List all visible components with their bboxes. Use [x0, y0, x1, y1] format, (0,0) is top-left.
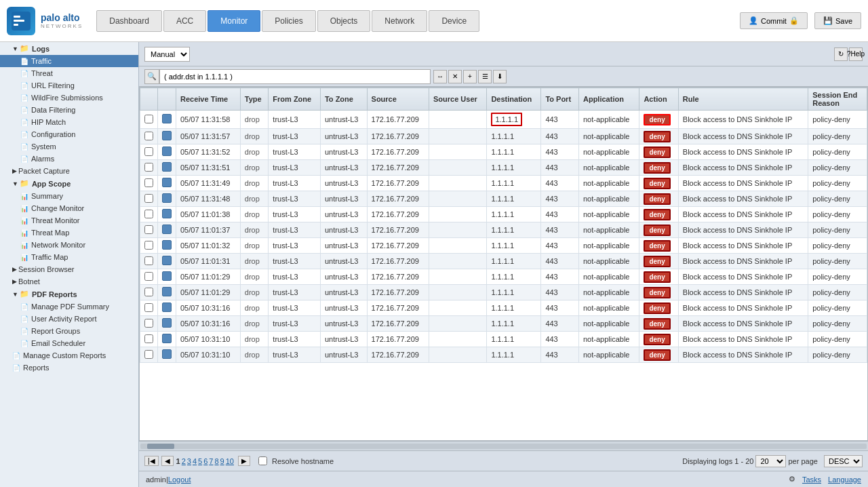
- sidebar-item-logs[interactable]: ▼ 📁 Logs: [0, 42, 138, 55]
- search-add-button[interactable]: +: [463, 70, 477, 83]
- help-button[interactable]: ? Help: [849, 47, 863, 61]
- language-link[interactable]: Language: [828, 475, 861, 484]
- col-type[interactable]: Type: [240, 88, 269, 111]
- sidebar-item-traffic-map[interactable]: 📊 Traffic Map: [0, 251, 138, 263]
- sidebar-item-report-groups[interactable]: 📄 Report Groups: [0, 325, 138, 337]
- page-num-4[interactable]: 4: [193, 457, 197, 465]
- row-detail-icon[interactable]: [162, 193, 172, 203]
- resolve-hostname-checkbox[interactable]: [258, 456, 267, 465]
- sidebar-item-reports[interactable]: 📄 Reports: [0, 362, 138, 374]
- sidebar-item-system[interactable]: 📄 System: [0, 140, 138, 153]
- sidebar-item-traffic[interactable]: 📄 Traffic: [0, 55, 138, 67]
- row-checkbox[interactable]: [144, 350, 153, 359]
- sidebar-item-wildfire[interactable]: 📄 WildFire Submissions: [0, 92, 138, 104]
- col-to-zone[interactable]: To Zone: [320, 88, 367, 111]
- row-checkbox[interactable]: [144, 132, 153, 140]
- tab-monitor[interactable]: Monitor: [208, 10, 260, 32]
- page-num-2[interactable]: 2: [182, 457, 186, 465]
- search-expand-button[interactable]: ↔: [433, 70, 447, 83]
- row-detail-icon[interactable]: [162, 178, 172, 187]
- sidebar-item-data-filtering[interactable]: 📄 Data Filtering: [0, 104, 138, 116]
- prev-page-button[interactable]: ◀: [161, 456, 174, 466]
- row-detail-icon[interactable]: [162, 256, 172, 265]
- page-num-6[interactable]: 6: [203, 457, 208, 465]
- row-checkbox[interactable]: [144, 303, 153, 312]
- sidebar-item-summary[interactable]: 📊 Summary: [0, 190, 138, 202]
- row-checkbox[interactable]: [144, 163, 153, 172]
- col-application[interactable]: Application: [578, 88, 639, 111]
- page-num-1[interactable]: 1: [176, 457, 180, 465]
- search-export-button[interactable]: ⬇: [493, 70, 507, 83]
- row-checkbox[interactable]: [144, 115, 153, 123]
- col-rule[interactable]: Rule: [678, 88, 808, 111]
- row-detail-icon[interactable]: [162, 225, 172, 234]
- col-source[interactable]: Source: [367, 88, 429, 111]
- col-receive-time[interactable]: Receive Time: [176, 88, 241, 111]
- per-page-select[interactable]: 20 50 100: [755, 455, 786, 467]
- tab-objects[interactable]: Objects: [317, 10, 371, 32]
- tab-policies[interactable]: Policies: [262, 10, 315, 32]
- row-detail-icon[interactable]: [162, 131, 172, 140]
- sidebar-item-threat[interactable]: 📄 Threat: [0, 67, 138, 79]
- next-page-button[interactable]: ▶: [238, 456, 250, 466]
- logout-link[interactable]: Logout: [168, 475, 191, 484]
- first-page-button[interactable]: |◀: [144, 456, 159, 466]
- row-detail-icon[interactable]: [162, 162, 172, 172]
- sidebar-item-alarms[interactable]: 📄 Alarms: [0, 153, 138, 165]
- row-detail-icon[interactable]: [162, 271, 172, 281]
- sidebar-item-pdf-reports[interactable]: ▼ 📁 PDF Reports: [0, 288, 138, 300]
- page-num-5[interactable]: 5: [198, 457, 202, 465]
- row-detail-icon[interactable]: [162, 318, 172, 328]
- col-to-port[interactable]: To Port: [541, 88, 579, 111]
- row-checkbox[interactable]: [144, 272, 153, 281]
- sidebar-item-url-filtering[interactable]: 📄 URL Filtering: [0, 79, 138, 92]
- tab-dashboard[interactable]: Dashboard: [96, 10, 162, 32]
- sidebar-item-threat-monitor[interactable]: 📊 Threat Monitor: [0, 214, 138, 227]
- sidebar-item-email-scheduler[interactable]: 📄 Email Scheduler: [0, 337, 138, 349]
- row-checkbox[interactable]: [144, 256, 153, 265]
- tasks-link[interactable]: Tasks: [802, 475, 821, 484]
- search-input[interactable]: [159, 69, 431, 84]
- sidebar-item-threat-map[interactable]: 📊 Threat Map: [0, 227, 138, 239]
- col-destination[interactable]: Destination: [487, 88, 541, 111]
- row-detail-icon[interactable]: [162, 147, 172, 156]
- row-checkbox[interactable]: [144, 147, 153, 156]
- tab-acc[interactable]: ACC: [163, 10, 206, 32]
- row-detail-icon[interactable]: [162, 287, 172, 296]
- row-checkbox[interactable]: [144, 210, 153, 218]
- save-button[interactable]: 💾 Save: [814, 12, 861, 29]
- search-close-button[interactable]: ✕: [448, 70, 462, 83]
- sidebar-item-manage-custom-reports[interactable]: 📄 Manage Custom Reports: [0, 349, 138, 362]
- commit-button[interactable]: 👤 Commit 🔒: [740, 12, 808, 29]
- row-detail-icon[interactable]: [162, 303, 172, 312]
- sidebar-item-botnet[interactable]: ▶ Botnet: [0, 275, 138, 288]
- row-detail-icon[interactable]: [162, 334, 172, 343]
- row-checkbox[interactable]: [144, 178, 153, 187]
- page-num-7[interactable]: 7: [209, 457, 213, 465]
- sidebar-item-manage-pdf[interactable]: 📄 Manage PDF Summary: [0, 300, 138, 313]
- row-detail-icon[interactable]: [162, 114, 172, 123]
- search-columns-button[interactable]: ☰: [478, 70, 492, 83]
- resolve-hostname-label[interactable]: Resolve hostname: [258, 456, 334, 465]
- row-checkbox[interactable]: [144, 334, 153, 343]
- col-action[interactable]: Action: [639, 88, 678, 111]
- row-detail-icon[interactable]: [162, 349, 172, 359]
- sidebar-item-app-scope[interactable]: ▼ 📁 App Scope: [0, 177, 138, 190]
- col-source-user[interactable]: Source User: [429, 88, 487, 111]
- sidebar-item-configuration[interactable]: 📄 Configuration: [0, 128, 138, 140]
- refresh-button[interactable]: ↻: [834, 47, 848, 61]
- sidebar-item-session-browser[interactable]: ▶ Session Browser: [0, 263, 138, 275]
- row-checkbox[interactable]: [144, 241, 153, 250]
- sidebar-item-hip-match[interactable]: 📄 HIP Match: [0, 116, 138, 128]
- mode-select[interactable]: Manual Auto: [144, 47, 190, 62]
- row-checkbox[interactable]: [144, 288, 153, 296]
- sidebar-item-change-monitor[interactable]: 📊 Change Monitor: [0, 202, 138, 214]
- row-detail-icon[interactable]: [162, 240, 172, 250]
- row-checkbox[interactable]: [144, 225, 153, 234]
- page-num-3[interactable]: 3: [187, 457, 191, 465]
- sort-select[interactable]: DESC ASC: [824, 455, 863, 467]
- sidebar-item-user-activity[interactable]: 📄 User Activity Report: [0, 313, 138, 325]
- search-icon-button[interactable]: 🔍: [144, 69, 159, 84]
- page-num-8[interactable]: 8: [214, 457, 218, 465]
- page-num-9[interactable]: 9: [220, 457, 224, 465]
